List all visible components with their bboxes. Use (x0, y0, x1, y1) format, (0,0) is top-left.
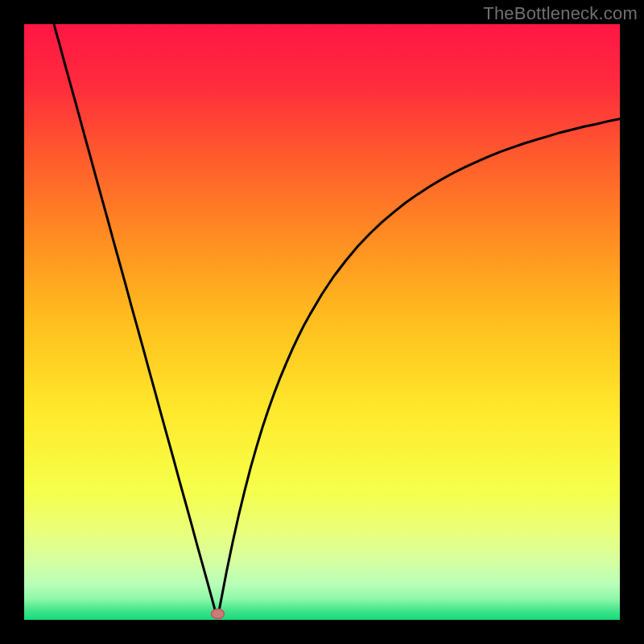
chart-svg (24, 24, 620, 620)
plot-area (24, 24, 620, 620)
optimal-point-marker (212, 609, 225, 619)
watermark-text: TheBottleneck.com (483, 3, 638, 24)
gradient-background (24, 24, 620, 620)
chart-frame: TheBottleneck.com (0, 0, 644, 644)
